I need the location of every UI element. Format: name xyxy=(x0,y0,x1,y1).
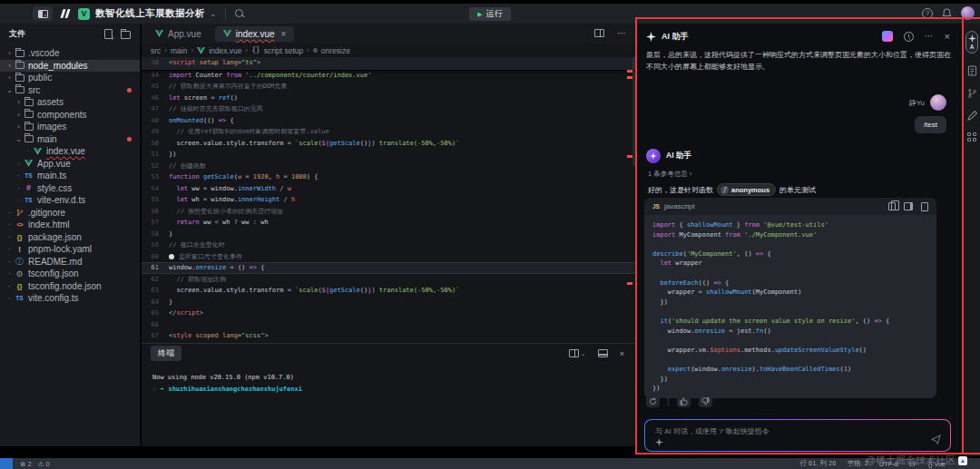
thumbs-up-icon[interactable] xyxy=(677,395,691,407)
code-line: import MyComponent from './MyComponent.v… xyxy=(652,230,936,240)
breadcrumb-item[interactable]: script setup xyxy=(264,46,303,55)
tree-item[interactable]: ·TSmain.ts xyxy=(0,170,140,182)
chevron-down-icon[interactable]: ⌄ xyxy=(210,9,217,18)
cursor-position[interactable]: 行 61, 列 26 xyxy=(799,459,836,468)
vue-file-icon xyxy=(32,148,44,155)
tree-item[interactable]: ›public xyxy=(0,72,140,84)
tree-item[interactable]: ⌄main xyxy=(0,133,140,146)
function-chip[interactable]: ƒ anonymous xyxy=(717,183,776,196)
json-file-icon: {} xyxy=(14,282,25,290)
tree-item[interactable]: ·<>index.html xyxy=(0,219,140,231)
tree-item[interactable]: ·{}tsconfig.node.json xyxy=(0,280,140,293)
gear-file-icon: ⚙ xyxy=(14,269,25,278)
split-terminal-icon[interactable] xyxy=(569,349,579,357)
tree-item[interactable]: ·{}package.json xyxy=(0,231,140,244)
panel-icon[interactable] xyxy=(598,349,608,357)
close-tab-icon[interactable]: × xyxy=(281,29,287,39)
tree-item-label: node_modules xyxy=(28,61,88,71)
gradient-model-icon[interactable] xyxy=(882,31,893,42)
tree-item[interactable]: ⌄src xyxy=(0,84,140,97)
terminal-tab[interactable]: 终端 xyxy=(151,346,181,361)
problems-status[interactable]: ⊗ 2 ⚠ 0 xyxy=(20,460,50,468)
more-actions-icon[interactable]: ⋯ xyxy=(617,29,626,38)
code-line: describe('MyComponent', () => { xyxy=(652,249,936,259)
git-branch-icon[interactable] xyxy=(965,88,978,99)
annotation-line xyxy=(635,453,980,454)
sidebar-toggle-icon[interactable] xyxy=(33,6,53,21)
tree-item[interactable]: ·⚙tsconfig.json xyxy=(0,268,140,280)
lightbulb-icon[interactable] xyxy=(169,254,174,259)
watermark-logo xyxy=(958,456,967,465)
ts-file-icon: TS xyxy=(23,172,34,179)
breadcrumb-item[interactable]: index.vue xyxy=(209,46,241,55)
tree-item-label: index.vue xyxy=(46,146,85,156)
new-folder-icon[interactable] xyxy=(121,31,131,39)
code-line: 30<script setup lang="ts"> xyxy=(142,57,635,70)
tree-item-label: assets xyxy=(37,97,64,107)
code-block-content[interactable]: import { shallowMount } from '@vue/test-… xyxy=(644,215,936,398)
file-bullet: · xyxy=(5,282,14,290)
function-icon: ƒ xyxy=(720,186,729,194)
tree-item[interactable]: ·App.vue xyxy=(0,158,140,171)
ts-file-icon: TS xyxy=(23,197,34,203)
user-message: /test xyxy=(915,116,946,133)
chat-input[interactable]: 与 AI 对话，或使用 '/' 唤起快捷指令 xyxy=(644,419,951,452)
tree-item[interactable]: ·TSvite-env.d.ts xyxy=(0,194,140,207)
file-bullet: · xyxy=(5,269,14,278)
code-line: 47// 挂载时首先去获取视口的宽高 xyxy=(142,103,635,115)
history-icon[interactable] xyxy=(904,32,914,42)
breadcrumb-item[interactable]: src xyxy=(151,46,161,55)
sparkle-icon[interactable] xyxy=(655,438,663,446)
project-title[interactable]: 数智化线上车展数据分析 xyxy=(95,7,205,20)
symbol-event-icon: ⊙ xyxy=(313,46,318,54)
tree-item-label: App.vue xyxy=(37,159,71,169)
notes-icon[interactable] xyxy=(965,65,978,76)
close-icon[interactable]: × xyxy=(945,32,950,41)
tree-item[interactable]: ›assets xyxy=(0,96,140,109)
tree-item-label: pnpm-lock.yaml xyxy=(28,244,92,254)
tab-index-vue[interactable]: index.vue × xyxy=(215,26,295,42)
file-bullet: · xyxy=(5,233,14,241)
ts-file-icon: TS xyxy=(14,295,25,301)
tree-item[interactable]: ·.gitignore xyxy=(0,207,140,220)
code-line: 56 // 按照变化较小者的比例去进行缩放 xyxy=(142,206,635,218)
breadcrumb-item[interactable]: main xyxy=(171,46,187,55)
tree-item[interactable]: ·#style.css xyxy=(0,182,140,195)
chevron-down-icon[interactable]: ⌄ xyxy=(581,350,586,357)
tree-item[interactable]: ·index.vue xyxy=(0,145,140,158)
terminal-output[interactable]: Now using node v20.15.0 (npm v10.7.0) ○➜… xyxy=(142,363,635,396)
tree-item[interactable]: ›.vscode xyxy=(0,47,140,60)
tree-item[interactable]: ·TSvite.config.ts xyxy=(0,292,140,305)
breadcrumb-item[interactable]: onresize xyxy=(321,46,350,55)
new-file-icon[interactable] xyxy=(921,202,928,211)
split-editor-icon[interactable] xyxy=(594,29,604,37)
reference-toggle[interactable]: 1 条参考信息 › xyxy=(648,170,691,179)
tab-app-vue[interactable]: App.vue xyxy=(147,26,210,42)
more-icon[interactable]: ⋯ xyxy=(925,32,934,41)
tree-item[interactable]: ›components xyxy=(0,109,140,122)
tree-item[interactable]: ›images xyxy=(0,121,140,133)
pen-icon[interactable] xyxy=(965,111,978,121)
tree-item-label: tsconfig.node.json xyxy=(28,281,102,291)
send-icon[interactable] xyxy=(931,435,941,445)
thumbs-down-icon[interactable] xyxy=(699,395,712,407)
tree-item-label: main.ts xyxy=(37,171,66,181)
apps-grid-icon[interactable] xyxy=(965,132,978,142)
code-area[interactable]: 30<script setup lang="ts">44import Count… xyxy=(142,57,635,343)
insert-icon[interactable] xyxy=(904,202,913,210)
chevron-right-icon: › xyxy=(5,73,14,82)
tree-item[interactable]: ›node_modules xyxy=(0,60,140,73)
copy-icon[interactable] xyxy=(888,202,896,210)
search-icon[interactable] xyxy=(234,8,245,19)
close-panel-icon[interactable]: × xyxy=(620,349,624,358)
new-file-icon[interactable] xyxy=(104,29,113,39)
remote-indicator[interactable] xyxy=(0,458,13,469)
refresh-icon[interactable] xyxy=(646,395,660,407)
breadcrumb[interactable]: src› main› index.vue› {} script setup› ⊙… xyxy=(142,44,635,57)
run-button[interactable]: ▶ 运行 xyxy=(469,7,511,21)
tab-label: index.vue xyxy=(236,29,275,39)
tree-item[interactable]: ·!pnpm-lock.yaml xyxy=(0,243,140,256)
tree-item[interactable]: ·ⓘREADME.md xyxy=(0,256,140,269)
watermark-text: @稀土掘金技术社区 xyxy=(866,454,956,467)
ai-assistant-icon[interactable]: A xyxy=(965,31,978,54)
